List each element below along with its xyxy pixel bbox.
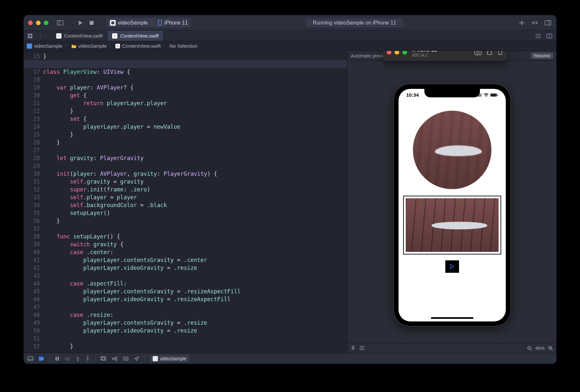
svg-point-35 <box>116 359 117 361</box>
inspector-toggle-button[interactable] <box>544 19 552 27</box>
iphone-mock: 10:34 <box>394 84 510 326</box>
navigator-toggle-button[interactable] <box>56 19 64 27</box>
svg-rect-2 <box>90 21 94 25</box>
home-indicator <box>431 317 473 319</box>
window-controls <box>28 21 48 25</box>
debug-app-name: videoSample <box>160 356 186 361</box>
add-button[interactable] <box>518 19 526 27</box>
view-debug-icon[interactable] <box>101 356 107 361</box>
svg-rect-0 <box>57 21 63 25</box>
code-review-button[interactable] <box>531 19 539 27</box>
location-icon[interactable] <box>134 356 139 361</box>
swift-file-icon <box>115 44 120 48</box>
svg-point-34 <box>116 357 117 358</box>
resume-button[interactable]: Resume <box>531 53 553 59</box>
tab-contentview-1[interactable]: ContentView.swift <box>52 31 108 41</box>
rectangular-video-view <box>403 196 501 254</box>
code-editor[interactable]: 1516171819202122232425262728293031323334… <box>24 51 347 353</box>
related-items-button[interactable] <box>26 32 34 40</box>
swift-file-icon <box>112 33 117 39</box>
play-button[interactable] <box>445 260 459 273</box>
svg-point-28 <box>67 359 68 361</box>
minimize-window-button[interactable] <box>36 21 41 25</box>
activity-status: Running videoSample on iPhone 11 <box>195 18 515 27</box>
line-gutter: 1516171819202122232425262728293031323334… <box>24 51 43 353</box>
nav-forward-button[interactable]: 〉 <box>44 32 49 39</box>
swift-file-icon <box>56 33 61 39</box>
breakpoint-toggle-icon[interactable] <box>39 356 44 361</box>
home-icon[interactable] <box>486 51 493 55</box>
memory-graph-icon[interactable] <box>112 356 118 361</box>
svg-rect-15 <box>475 51 481 55</box>
svg-point-18 <box>486 96 486 97</box>
pin-icon[interactable] <box>351 346 355 351</box>
project-icon <box>27 43 32 49</box>
stop-button[interactable] <box>88 19 95 27</box>
svg-rect-11 <box>30 36 32 38</box>
device-notch <box>424 89 480 97</box>
sim-device-name: iPhone 11 <box>412 51 437 53</box>
sim-minimize-button[interactable] <box>395 51 399 55</box>
svg-point-30 <box>87 356 88 357</box>
simulator-window-chrome: iPhone 11 iOS 14.2 <box>383 51 507 61</box>
crumb-selection[interactable]: No Selection <box>170 43 197 49</box>
folder-icon <box>71 44 77 48</box>
device-time: 10:34 <box>406 92 419 98</box>
crumb-file[interactable]: ContentView.swift <box>122 43 161 49</box>
environment-icon[interactable] <box>123 356 129 361</box>
sim-zoom-button[interactable] <box>402 51 407 55</box>
crumb-folder[interactable]: videoSample <box>78 43 107 49</box>
zoom-out-icon[interactable] <box>527 346 532 351</box>
nav-back-button[interactable]: 〈 <box>37 32 42 39</box>
step-out-icon[interactable] <box>85 356 90 361</box>
svg-rect-21 <box>497 94 498 96</box>
sim-close-button[interactable] <box>387 51 391 55</box>
pause-icon[interactable] <box>55 356 59 361</box>
debug-bar: videoSample <box>24 353 556 364</box>
svg-rect-8 <box>28 34 30 36</box>
crumb-project[interactable]: videoSample <box>34 43 62 49</box>
jump-bar[interactable]: videoSample 〉 videoSample 〉 ContentView.… <box>24 41 556 51</box>
code-content[interactable]: }class PlayerView: UIView { var player: … <box>43 52 347 350</box>
zoom-level[interactable]: 66% <box>536 346 545 351</box>
tab-label: ContentView.swift <box>64 33 103 39</box>
svg-rect-17 <box>499 51 502 55</box>
scheme-device: iPhone 11 <box>164 20 188 26</box>
preview-panel: Automatic preview up Resume iPhone 11 iO… <box>347 51 556 353</box>
status-text: Running videoSample on iPhone 11 <box>306 18 403 27</box>
scheme-selector[interactable]: videoSample 〉 iPhone 11 <box>107 18 191 27</box>
svg-rect-37 <box>127 357 128 360</box>
svg-rect-24 <box>28 357 33 361</box>
scheme-project: videoSample <box>118 20 148 26</box>
close-window-button[interactable] <box>28 21 33 25</box>
debug-toggle-icon[interactable] <box>27 356 33 361</box>
svg-point-4 <box>111 21 114 24</box>
editor-lines-button[interactable] <box>534 32 542 40</box>
step-into-icon[interactable] <box>76 356 80 361</box>
tab-contentview-2[interactable]: ContentView.swift <box>108 31 163 41</box>
sim-os-version: iOS 14.2 <box>412 53 437 57</box>
canvas[interactable]: 10:34 <box>348 61 556 343</box>
step-over-icon[interactable] <box>64 356 70 361</box>
svg-rect-26 <box>56 357 57 361</box>
app-icon <box>110 20 116 26</box>
svg-point-29 <box>77 360 78 361</box>
zoom-window-button[interactable] <box>44 21 48 25</box>
svg-rect-9 <box>30 34 32 36</box>
toolbar: videoSample 〉 iPhone 11 Running videoSam… <box>24 15 556 31</box>
xcode-window: videoSample 〉 iPhone 11 Running videoSam… <box>24 15 556 364</box>
screenshot-icon[interactable] <box>474 51 482 55</box>
zoom-in-icon[interactable] <box>548 346 553 351</box>
run-button[interactable] <box>77 19 84 27</box>
svg-rect-5 <box>158 20 162 25</box>
svg-point-16 <box>477 51 479 54</box>
rotate-icon[interactable] <box>497 51 503 55</box>
device-icon <box>157 20 162 26</box>
svg-rect-6 <box>545 21 551 25</box>
debug-process-chip[interactable]: videoSample <box>150 355 189 362</box>
svg-point-33 <box>112 358 114 359</box>
list-icon[interactable] <box>359 346 365 351</box>
tab-label: ContentView.swift <box>120 33 159 39</box>
svg-rect-14 <box>27 43 32 49</box>
editor-layout-button[interactable] <box>545 32 553 40</box>
